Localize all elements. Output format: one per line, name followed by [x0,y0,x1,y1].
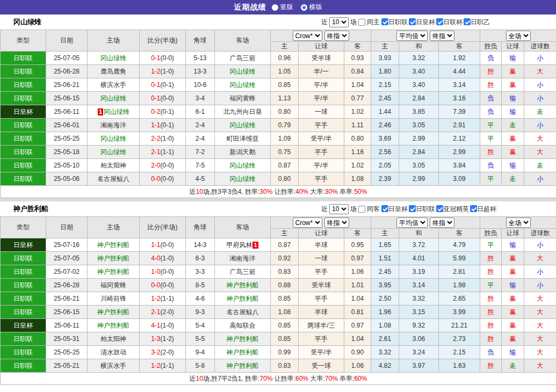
match-count-select[interactable]: 10 [329,17,349,27]
odds-home: 0.83 [271,265,299,279]
league-checkbox[interactable] [464,18,471,25]
league-checkbox[interactable] [381,18,388,25]
radio-option-vertical[interactable]: 竖版 [272,3,293,12]
corners: 3-3 [186,265,215,279]
radio-vertical-icon[interactable] [272,4,278,11]
home-team: 横滨水手 [88,359,140,373]
home-team: 冈山绿雉 [88,92,140,105]
league-label: 日超杯 [477,205,496,213]
avg-away-odds: 3.09 [439,172,480,186]
odds-home: 0.85 [271,78,299,92]
avg-home-odds: 1.51 [371,252,399,265]
same-venue-checkbox[interactable] [358,19,365,26]
result-outcome: 胜 [480,306,502,319]
near-label: 近 [321,18,328,27]
avg-home-odds: 2.15 [371,78,399,92]
avg-away-odds: 2.81 [439,265,480,279]
corners: 5-8 [186,359,215,373]
home-team: 鹿岛鹿角 [88,65,140,78]
avg-home-odds: 2.61 [371,332,399,346]
result-goals: 大 [524,319,556,332]
results-table: 类型 日期 主场 比分(半场) 角球 客场 Crow*终指 平均值终指 全场 主… [0,30,556,198]
competition-type: 日职联 [1,252,46,265]
result-handicap: 赢 [502,65,524,78]
result-handicap: 赢 [502,252,524,265]
match-count-select[interactable]: 10 [329,204,349,214]
league-checkbox[interactable] [409,205,416,212]
competition-type: 日职联 [1,119,46,132]
col-corner: 角球 [186,30,215,52]
odds-away: 0.97 [344,252,371,265]
avg-draw-odds: 2.84 [399,92,439,105]
match-date: 25-07-05 [46,252,88,265]
col-goals: 进球数 [524,42,556,52]
home-team: 冈山绿雉 [88,52,140,65]
odds-away: 0.97 [344,319,371,332]
league-label: 日职乙 [471,18,490,26]
avg-time-select[interactable]: 终指 [430,31,454,41]
bookmaker-select[interactable]: Crow* [293,31,322,41]
odds-time-select[interactable]: 终指 [324,217,349,228]
result-handicap: 赢 [502,132,524,146]
odds-home: 0.75 [271,146,299,159]
near-label: 近 [321,205,328,214]
avg-home-odds: 2.39 [371,172,399,186]
scope-select[interactable]: 全场 [506,217,531,228]
competition-type: 日职联 [1,265,46,279]
result-handicap: 赢 [502,306,524,319]
odds-handicap: 平/半 [299,78,344,92]
score: 2-1(2-0) [140,306,186,319]
match-date: 25-06-15 [46,306,88,319]
league-filter-group: 日职联日皇杯日联杯日职乙 [381,18,491,27]
away-team: 甲府风林1 [215,238,271,252]
odds-home: 0.87 [271,159,299,172]
score: 3-2(2-0) [140,346,186,359]
avg-away-odds: 1.98 [439,279,480,292]
result-handicap: 输 [502,92,524,105]
scope-select[interactable]: 全场 [506,31,531,41]
home-team: 神户胜利船 [88,319,140,332]
average-select[interactable]: 平均值 [396,31,428,41]
match-row: 日职联25-06-01湘南海洋1-1(0-1)2-4冈山绿雉0.79平手1.11… [1,119,556,132]
average-select[interactable]: 平均值 [396,217,428,228]
result-goals: 走 [524,159,556,172]
result-outcome: 胜 [480,292,502,306]
same-venue-checkbox[interactable] [358,206,365,213]
radio-horizontal-icon[interactable] [301,4,307,11]
unit-label: 场 [350,205,357,214]
competition-type: 日职联 [1,359,46,373]
avg-away-odds: 21.21 [439,319,480,332]
match-row: 日职联25-06-15神户胜利船2-1(2-0)9-3名古屋鲸八1.08半球0.… [1,306,556,319]
match-row: 日职联25-05-31柏太阳神1-3(1-2)5-5神户胜利船0.85平手1.0… [1,332,556,346]
home-team: 冈山绿雉 [88,132,140,146]
corners: 7-2 [186,146,215,159]
avg-away-odds: 1.92 [439,52,480,65]
league-checkbox[interactable] [470,205,477,212]
league-checkbox[interactable] [436,205,443,212]
league-checkbox[interactable] [409,18,416,25]
corners: 10-6 [186,78,215,92]
avg-draw-odds: 3.32 [399,292,439,306]
avg-away-odds: 7.39 [439,105,480,119]
avg-time-select[interactable]: 终指 [430,217,454,228]
avg-draw-odds: 3.06 [399,332,439,346]
odds-handicap: 受半球 [299,279,344,292]
corners: 4-5 [186,172,215,186]
odds-handicap: 平/半 [299,92,344,105]
odds-time-select[interactable]: 终指 [324,31,349,41]
league-filter-group: 日皇杯日职联亚冠精英日超杯 [381,205,497,214]
competition-type: 日皇杯 [1,319,46,332]
odds-home: 0.92 [271,252,299,265]
league-checkbox[interactable] [436,18,443,25]
league-checkbox[interactable] [381,205,388,212]
bookmaker-select[interactable]: Crow* [293,217,322,228]
radio-option-horizontal[interactable]: 横版 [301,3,322,12]
result-goals: 大 [524,252,556,265]
result-outcome: 平 [480,119,502,132]
avg-draw-odds: 3.19 [399,265,439,279]
league-label: 亚冠精英 [443,205,469,213]
corners: 14-3 [186,238,215,252]
odds-home: 0.83 [271,359,299,373]
result-handicap: 走 [502,172,524,186]
result-outcome: 胜 [480,265,502,279]
